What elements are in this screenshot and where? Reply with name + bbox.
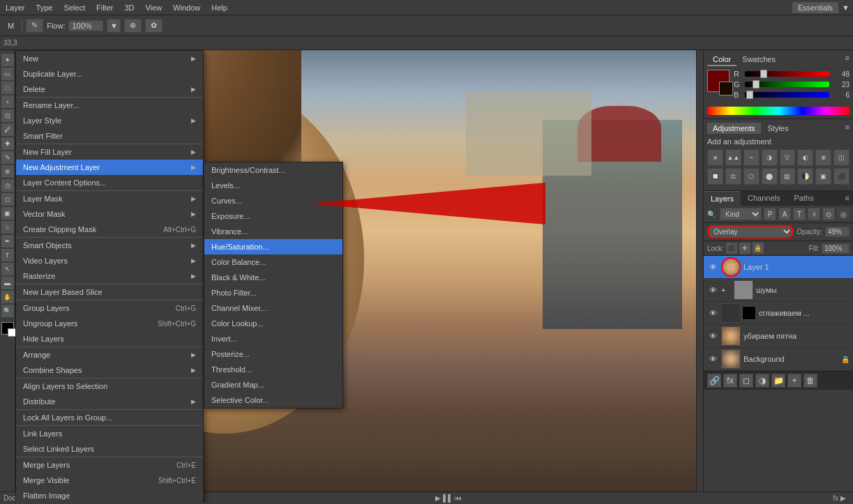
background-swatch[interactable] bbox=[719, 82, 733, 96]
adj-vibrance[interactable]: Vibrance... bbox=[204, 224, 342, 239]
brush-tool-left[interactable]: ✎ bbox=[1, 151, 14, 164]
layer-mask-btn[interactable]: ◻ bbox=[739, 374, 753, 388]
g-track[interactable] bbox=[745, 82, 829, 87]
menu-flatten[interactable]: Flatten Image bbox=[16, 488, 203, 503]
lock-pixels-btn[interactable]: ⬛ bbox=[726, 243, 737, 254]
paths-tab[interactable]: Paths bbox=[787, 191, 821, 206]
menu-window[interactable]: Window bbox=[167, 2, 206, 13]
adj-gradient-map[interactable]: Gradient Map... bbox=[204, 377, 342, 392]
adj-vibrance-icon[interactable]: ▽ bbox=[780, 149, 796, 166]
flow-down[interactable]: ▼ bbox=[107, 19, 121, 33]
hand-tool[interactable]: ✋ bbox=[1, 291, 14, 303]
layer-item-sglazhivaem[interactable]: 👁 сглаживаем ... bbox=[704, 302, 853, 325]
layer-eye-ubiraem[interactable]: 👁 bbox=[707, 330, 718, 342]
adj-color-lookup[interactable]: Color Lookup... bbox=[204, 316, 342, 331]
layer-eye-layer1[interactable]: 👁 bbox=[707, 261, 718, 273]
menu-layer-style[interactable]: Layer Style ▶ bbox=[16, 113, 203, 128]
move-tool[interactable]: ✦ bbox=[1, 54, 14, 66]
menu-distribute[interactable]: Distribute ▶ bbox=[16, 394, 203, 409]
layer-item-background[interactable]: 👁 Background 🔒 bbox=[704, 348, 853, 371]
adj-threshold-icon[interactable]: 🌓 bbox=[797, 168, 813, 185]
menu-layer[interactable]: Layer bbox=[0, 2, 31, 13]
adj-posterize-icon[interactable]: ▤ bbox=[780, 168, 796, 185]
menu-rasterize[interactable]: Rasterize ▶ bbox=[16, 268, 203, 284]
layer-eye-background[interactable]: 👁 bbox=[707, 353, 718, 365]
menu-new-adjustment[interactable]: New Adjustment Layer ▶ bbox=[16, 160, 203, 175]
menu-select-linked[interactable]: Select Linked Layers bbox=[16, 441, 203, 457]
menu-video-layers[interactable]: Video Layers ▶ bbox=[16, 253, 203, 268]
adj-curves-icon[interactable]: ~ bbox=[743, 149, 760, 166]
adjustments-tab[interactable]: Adjustments bbox=[707, 123, 761, 134]
swatches-tab[interactable]: Swatches bbox=[737, 54, 781, 66]
color-spectrum[interactable] bbox=[707, 107, 850, 115]
adj-levels[interactable]: Levels... bbox=[204, 178, 342, 193]
layer-item-ubiraem[interactable]: 👁 убираем пятна bbox=[704, 325, 853, 348]
shape-tool[interactable]: ▬ bbox=[1, 277, 14, 289]
layer-fx-btn[interactable]: fx bbox=[723, 374, 737, 388]
adj-channel-mixer[interactable]: Channel Mixer... bbox=[204, 300, 342, 316]
filter-icon-3[interactable]: T bbox=[793, 208, 806, 220]
menu-align-layers[interactable]: Align Layers to Selection bbox=[16, 379, 203, 394]
foreground-color[interactable] bbox=[1, 322, 14, 335]
layer-item-shumi[interactable]: 👁 + шумы bbox=[704, 279, 853, 302]
airbrush-btn[interactable]: ⊕ bbox=[124, 19, 142, 33]
lock-position-btn[interactable]: ✛ bbox=[739, 243, 750, 254]
menu-delete[interactable]: Delete ▶ bbox=[16, 82, 203, 97]
filter-icon-1[interactable]: P bbox=[764, 208, 776, 220]
menu-layer-content[interactable]: Layer Content Options... bbox=[16, 175, 203, 190]
eraser-tool[interactable]: ◻ bbox=[1, 193, 14, 206]
color-tab[interactable]: Color bbox=[707, 54, 737, 66]
menu-clipping-mask[interactable]: Create Clipping Mask Alt+Ctrl+G bbox=[16, 222, 203, 237]
layer-new-btn[interactable]: + bbox=[787, 374, 801, 388]
layer-link-btn[interactable]: 🔗 bbox=[707, 374, 721, 388]
canvas-scrollbar[interactable] bbox=[696, 50, 703, 503]
menu-merge-layers[interactable]: Merge Layers Ctrl+E bbox=[16, 457, 203, 473]
status-playback[interactable]: ▶ ▌▌ ⏮ bbox=[435, 494, 462, 502]
menu-duplicate-layer[interactable]: Duplicate Layer... bbox=[16, 66, 203, 82]
layer-folder-btn[interactable]: 📁 bbox=[771, 374, 785, 388]
adj-bw-icon[interactable]: ◫ bbox=[833, 149, 850, 166]
menu-combine-shapes[interactable]: Combine Shapes ▶ bbox=[16, 362, 203, 378]
adj-invert[interactable]: Invert... bbox=[204, 331, 342, 346]
lock-all-btn[interactable]: 🔒 bbox=[753, 243, 764, 254]
healing-tool[interactable]: ✚ bbox=[1, 137, 14, 150]
adj-curves[interactable]: Curves... bbox=[204, 193, 342, 208]
brush-extra-btn[interactable]: ✿ bbox=[145, 19, 163, 33]
menu-group-layers[interactable]: Group Layers Ctrl+G bbox=[16, 300, 203, 316]
gradient-tool[interactable]: ▣ bbox=[1, 207, 14, 220]
r-track[interactable] bbox=[745, 71, 829, 77]
menu-smart-objects[interactable]: Smart Objects ▶ bbox=[16, 238, 203, 253]
layers-tab[interactable]: Layers bbox=[704, 191, 741, 206]
menu-ungroup-layers[interactable]: Ungroup Layers Shift+Ctrl+G bbox=[16, 316, 203, 331]
filter-icon-4[interactable]: ♯ bbox=[808, 208, 820, 220]
blend-mode-select[interactable]: Overlay bbox=[707, 225, 794, 238]
menu-select[interactable]: Select bbox=[58, 2, 91, 13]
adj-brightness-icon[interactable]: ☀ bbox=[707, 149, 723, 166]
menu-type[interactable]: Type bbox=[31, 2, 59, 13]
adj-color-lookup-icon[interactable]: ⬡ bbox=[743, 168, 760, 185]
adj-threshold[interactable]: Threshold... bbox=[204, 362, 342, 377]
adj-color-balance[interactable]: Color Balance... bbox=[204, 254, 342, 270]
menu-view[interactable]: View bbox=[139, 2, 167, 13]
pen-tool[interactable]: ✒ bbox=[1, 235, 14, 247]
adj-gradient-map-icon[interactable]: ▣ bbox=[815, 168, 831, 185]
preset-arrow[interactable]: ▼ bbox=[838, 2, 853, 13]
menu-smart-filter[interactable]: Smart Filter bbox=[16, 128, 203, 144]
opacity-input[interactable]: 49% bbox=[825, 227, 850, 237]
layers-panel-menu[interactable]: ≡ bbox=[842, 191, 853, 206]
menu-new-fill[interactable]: New Fill Layer ▶ bbox=[16, 144, 203, 160]
brush-tool[interactable]: ✎ bbox=[26, 19, 43, 33]
marquee-tool[interactable]: ▭ bbox=[1, 68, 14, 80]
channels-tab[interactable]: Channels bbox=[741, 191, 787, 206]
clone-tool[interactable]: ⊕ bbox=[1, 165, 14, 178]
menu-new[interactable]: New ▶ bbox=[16, 51, 203, 66]
menu-new-layer-slice[interactable]: New Layer Based Slice bbox=[16, 284, 203, 300]
adj-channel-mixer-icon[interactable]: ⚖ bbox=[725, 168, 741, 185]
adj-exposure-icon[interactable]: ◑ bbox=[762, 149, 778, 166]
layer-eye-sglazhivaem[interactable]: 👁 bbox=[707, 307, 718, 319]
menu-3d[interactable]: 3D bbox=[119, 2, 139, 13]
r-thumb[interactable] bbox=[760, 70, 767, 78]
menu-rename[interactable]: Rename Layer... bbox=[16, 98, 203, 113]
menu-link-layers[interactable]: Link Layers bbox=[16, 426, 203, 441]
path-select-tool[interactable]: ↖ bbox=[1, 263, 14, 275]
